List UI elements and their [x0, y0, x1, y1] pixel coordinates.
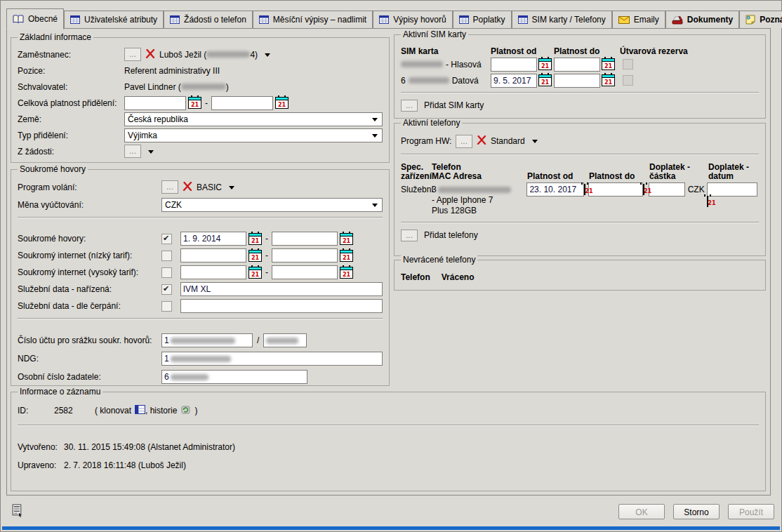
bank-code-input[interactable]	[263, 333, 307, 347]
tab-mesicni-vypisy[interactable]: Měsíční výpisy – nadlimit	[253, 11, 373, 28]
currency-select[interactable]: CZK	[161, 198, 383, 212]
chevron-down-icon[interactable]	[229, 186, 234, 192]
column-header: SIM karta	[401, 47, 491, 56]
calendar-icon[interactable]: 21	[248, 233, 262, 245]
date-separator: -	[262, 234, 272, 244]
group-soukrome-hovory: Soukromé hovory Program volání: ... BASI…	[11, 169, 390, 386]
calling-program-browse-button[interactable]: ...	[161, 180, 178, 194]
chevron-down-icon[interactable]	[265, 53, 270, 60]
clear-x-icon[interactable]	[145, 49, 155, 60]
data-cerpani-input[interactable]	[180, 299, 383, 313]
add-phone-button[interactable]: ...	[401, 230, 418, 241]
checkbox-internet-vysoky[interactable]	[161, 267, 172, 278]
from-request-browse-button[interactable]: ...	[124, 145, 141, 158]
tab-obecne[interactable]: Obecné	[6, 8, 64, 29]
column-header: Doplatek - datum	[708, 163, 749, 181]
clear-x-icon[interactable]	[477, 135, 486, 147]
calendar-icon[interactable]: 21	[340, 267, 353, 279]
data-narizena-input[interactable]	[180, 282, 383, 296]
sim-from-input[interactable]	[491, 74, 537, 88]
country-select[interactable]: Česká republika	[124, 112, 383, 126]
inet-low-to-input[interactable]	[272, 248, 338, 262]
column-header: Platnost do	[554, 47, 620, 56]
group-aktivni-sim-karty: Aktivní SIM karty SIM karta Platnost od …	[394, 34, 766, 119]
currency-label: CZK	[688, 185, 705, 194]
row-typ-prideleni: Typ přidělení: Výjimka	[11, 127, 389, 143]
checkbox-utvarova-rezerva[interactable]	[623, 75, 633, 86]
employee-browse-button[interactable]: ...	[124, 48, 141, 61]
validity-from-input[interactable]	[124, 96, 186, 110]
cancel-button[interactable]: Storno	[673, 504, 720, 519]
assignment-type-select[interactable]: Výjimka	[124, 128, 383, 142]
checkbox-utvarova-rezerva[interactable]	[623, 59, 633, 69]
surcharge-date-input[interactable]	[707, 182, 757, 197]
calendar-icon[interactable]: 21	[602, 58, 615, 70]
validity-to-input[interactable]	[211, 96, 273, 110]
clear-x-icon[interactable]	[183, 182, 192, 193]
sim-to-input[interactable]	[554, 58, 600, 72]
inet-low-from-input[interactable]	[180, 248, 246, 262]
report-icon[interactable]	[12, 504, 23, 520]
inet-high-to-input[interactable]	[272, 265, 338, 279]
calendar-icon[interactable]: 21	[538, 58, 552, 70]
tab-sim-karty-telefony[interactable]: SIM karty / Telefony	[512, 11, 612, 28]
ok-button[interactable]: OK	[618, 504, 665, 519]
tab-poznamka[interactable]: Poznámka	[739, 11, 782, 28]
calendar-icon[interactable]: 21	[340, 250, 353, 262]
calendar-icon[interactable]: 21	[602, 74, 615, 86]
add-sim-button[interactable]: ...	[401, 100, 418, 112]
hw-program-value: Standard	[491, 136, 525, 146]
phone-device-cell: 3 - Apple Iphone 7 Plus 128GB	[432, 182, 526, 216]
clone-icon[interactable]	[135, 405, 145, 416]
sim-to-input[interactable]	[554, 74, 600, 88]
hw-program-browse-button[interactable]: ...	[456, 135, 472, 148]
tab-poplatky[interactable]: Poplatky	[453, 11, 512, 28]
inet-high-from-input[interactable]	[180, 265, 246, 279]
employee-value: Luboš Ježil (	[159, 50, 206, 60]
calls-from-input[interactable]	[180, 232, 246, 246]
tab-vypisy-hovoru[interactable]: Výpisy hovorů	[373, 11, 452, 28]
apply-button[interactable]: Použít	[728, 504, 774, 519]
phone-to-input[interactable]	[588, 182, 643, 197]
chevron-down-icon[interactable]	[148, 150, 154, 157]
tab-label: Dokumenty	[687, 15, 733, 25]
ndg-input[interactable]: 1	[161, 352, 383, 366]
calendar-icon[interactable]: 21	[340, 233, 353, 245]
calendar-icon[interactable]: 21	[248, 267, 262, 279]
account-number-input[interactable]: 1	[161, 333, 253, 347]
tab-dokumenty[interactable]: Dokumenty	[665, 11, 739, 28]
tab-emaily[interactable]: Emaily	[612, 11, 665, 28]
calendar-icon[interactable]: 21	[248, 250, 262, 262]
chevron-down-icon[interactable]	[532, 140, 538, 146]
sim-table-header: SIM karta Platnost od Platnost do Útvaro…	[395, 44, 765, 56]
calls-to-input[interactable]	[272, 232, 338, 246]
calendar-icon[interactable]: 21	[643, 184, 644, 195]
employee-value-suffix: 4)	[250, 50, 258, 60]
field-label: Služební data - dle čerpání:	[18, 301, 161, 311]
personal-number-input[interactable]: 6	[161, 370, 307, 384]
checkbox-data-narizena[interactable]	[161, 284, 172, 295]
history-icon[interactable]	[180, 405, 191, 417]
checkbox-soukrome-hovory[interactable]	[161, 234, 172, 244]
tab-label: Poznámka	[760, 15, 782, 25]
tab-zadosti-o-telefon[interactable]: Žádosti o telefon	[164, 11, 253, 28]
sim-table-row: 6 Datová 21 21	[395, 72, 765, 88]
calendar-icon[interactable]: 21	[707, 196, 708, 207]
surcharge-amount-input[interactable]	[649, 182, 685, 197]
row-pozice: Pozice: Referent administrativy III	[11, 62, 389, 79]
calendar-icon[interactable]: 21	[275, 97, 289, 109]
checkbox-internet-nizky[interactable]	[161, 251, 172, 261]
calendar-icon[interactable]: 21	[188, 97, 201, 109]
sim-card-cell: 6 Datová	[401, 76, 491, 86]
field-label: Číslo účtu pro srážku soukr. hovorů:	[18, 335, 161, 345]
phone-from-input[interactable]	[526, 182, 584, 197]
calendar-icon[interactable]: 21	[538, 74, 552, 86]
field-label: ID:	[18, 406, 54, 415]
calendar-icon[interactable]: 21	[584, 184, 585, 195]
tab-uzivatelske-atributy[interactable]: Uživatelské atributy	[64, 11, 164, 28]
table-icon	[379, 15, 389, 24]
checkbox-data-cerpani[interactable]	[161, 301, 172, 312]
window-bottom-accent	[2, 526, 780, 530]
sim-from-input[interactable]	[491, 58, 537, 72]
phone-surcharge-cell: CZK	[649, 182, 708, 197]
